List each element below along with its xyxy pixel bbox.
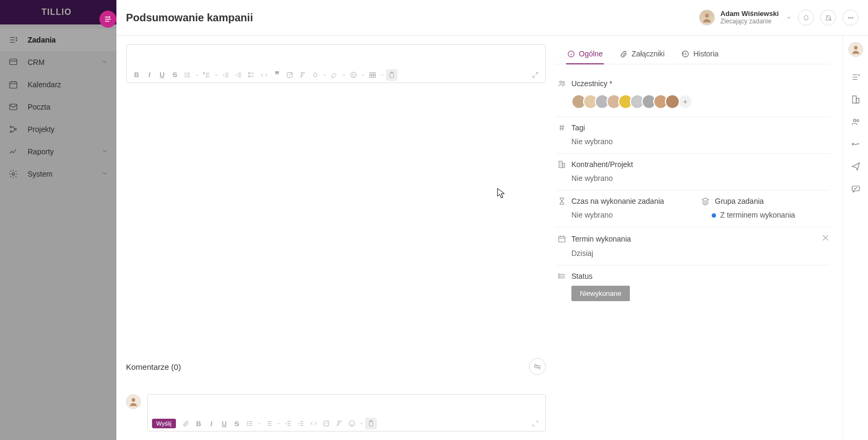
expand-button[interactable] (529, 418, 541, 429)
comment-toolbar: Wyślij B I U S (148, 416, 545, 431)
field-group[interactable]: Grupa zadania Z terminem wykonania (699, 190, 830, 227)
caret-down-icon[interactable] (257, 418, 262, 429)
priority-button[interactable] (798, 10, 814, 26)
underline-button[interactable]: U (218, 418, 230, 429)
svg-point-25 (247, 421, 247, 422)
link-button[interactable] (284, 69, 296, 81)
code-button[interactable] (308, 418, 319, 429)
color-button[interactable] (309, 69, 321, 81)
emoji-button[interactable] (346, 418, 358, 429)
field-status[interactable]: Status Niewykonane (555, 265, 830, 309)
tab-general[interactable]: Ogólne (566, 44, 604, 64)
rail-contractors-button[interactable] (850, 94, 861, 105)
comment-composer: Wyślij B I U S (126, 394, 546, 431)
svg-point-34 (563, 81, 564, 83)
sidebar-item-mail[interactable]: Poczta (0, 96, 116, 118)
indent-button[interactable] (233, 69, 245, 81)
emoji-button[interactable] (348, 69, 359, 81)
outdent-button[interactable] (282, 418, 294, 429)
status-badge[interactable]: Niewykonane (571, 286, 630, 301)
field-participants[interactable]: Uczestnicy * + (555, 73, 830, 117)
field-time[interactable]: Czas na wykonanie zadania Nie wybrano (555, 190, 686, 227)
sidebar-item-reports[interactable]: Raporty (0, 140, 116, 163)
highlight-button[interactable] (328, 69, 340, 81)
sidebar-item-calendar[interactable]: Kalendarz (0, 73, 116, 96)
svg-rect-2 (10, 104, 17, 110)
more-menu-button[interactable] (842, 10, 858, 26)
bold-button[interactable]: B (131, 69, 142, 81)
sidebar-item-system[interactable]: System (0, 163, 116, 185)
rail-users-button[interactable] (850, 117, 861, 127)
strike-button[interactable]: S (231, 418, 243, 429)
clear-due-button[interactable] (821, 234, 830, 244)
comment-input[interactable] (148, 395, 545, 416)
caret-down-icon[interactable] (380, 69, 385, 81)
bullet-list-button[interactable] (182, 69, 193, 81)
svg-point-12 (185, 74, 186, 75)
comment-editor[interactable]: Wyślij B I U S (147, 394, 546, 431)
code-button[interactable] (258, 69, 270, 81)
attach-button[interactable] (180, 418, 192, 429)
checklist-button[interactable] (246, 69, 257, 81)
notifications-button[interactable] (820, 10, 836, 26)
participant-avatar[interactable] (665, 94, 680, 109)
brand-header: TILLIO (0, 0, 116, 24)
sidebar-item-projects[interactable]: Projekty (0, 118, 116, 140)
caret-down-icon[interactable] (322, 69, 327, 81)
quote-button[interactable]: ❞ (271, 69, 283, 81)
rail-send-button[interactable] (850, 161, 861, 172)
rail-deals-button[interactable] (850, 139, 861, 150)
underline-button[interactable]: U (156, 69, 168, 81)
tab-label: Ogólne (579, 49, 603, 58)
paste-button[interactable] (365, 418, 377, 429)
task-owner-selector[interactable]: Adam Wiśniewski Zlecający zadanie (699, 10, 791, 26)
caret-down-icon[interactable] (195, 69, 200, 81)
clear-format-button[interactable] (333, 418, 345, 429)
send-button[interactable]: Wyślij (152, 419, 176, 428)
comments-visibility-toggle[interactable] (529, 358, 546, 375)
editor-content[interactable] (127, 45, 545, 67)
brand-logo: TILLIO (41, 7, 72, 17)
caret-down-icon[interactable] (341, 69, 347, 81)
ordered-list-button[interactable]: 1 (201, 69, 213, 81)
field-due-date[interactable]: Termin wykonania Dzisiaj (555, 227, 830, 265)
expand-button[interactable] (529, 69, 541, 81)
caret-down-icon[interactable] (359, 418, 364, 429)
caret-down-icon[interactable] (214, 69, 219, 81)
sidebar-collapse-button[interactable] (99, 11, 116, 28)
table-button[interactable] (367, 69, 378, 81)
caret-down-icon[interactable] (276, 418, 281, 429)
field-contractor[interactable]: Kontrahent/Projekt Nie wybrano (555, 154, 830, 190)
ordered-list-button[interactable] (263, 418, 275, 429)
layers-icon (701, 197, 710, 205)
italic-button[interactable]: I (206, 418, 217, 429)
reports-icon (9, 147, 18, 156)
clear-format-button[interactable] (297, 69, 308, 81)
tab-attachments[interactable]: Załączniki (619, 44, 665, 64)
strike-button[interactable]: S (169, 69, 181, 81)
svg-point-6 (12, 173, 15, 176)
rail-tasks-button[interactable] (850, 72, 861, 82)
bullet-list-button[interactable] (244, 418, 256, 429)
sidebar-item-label: Kalendarz (28, 80, 61, 89)
sidebar-item-crm[interactable]: CRM (0, 51, 116, 73)
rail-chat-button[interactable] (850, 184, 861, 194)
paste-button[interactable] (386, 69, 398, 81)
sidebar-item-tasks[interactable]: Zadania (0, 29, 116, 51)
svg-point-18 (351, 72, 357, 78)
italic-button[interactable]: I (144, 69, 155, 81)
task-panel: Podsumowanie kampanii Adam Wiśniewski Zl… (116, 0, 868, 440)
caret-down-icon[interactable] (360, 69, 366, 81)
tab-history[interactable]: Historia (680, 44, 719, 64)
indent-button[interactable] (295, 418, 307, 429)
description-editor[interactable]: B I U S 1 ❞ (126, 44, 546, 83)
field-tags[interactable]: Tagi Nie wybrano (555, 117, 830, 154)
chevron-down-icon (102, 147, 108, 156)
add-participant-button[interactable]: + (679, 95, 692, 108)
avatar[interactable] (848, 42, 863, 57)
link-button[interactable] (321, 418, 332, 429)
task-title[interactable]: Podsumowanie kampanii (126, 12, 253, 24)
outdent-button[interactable] (220, 69, 232, 81)
tasks-icon (9, 35, 18, 45)
bold-button[interactable]: B (193, 418, 205, 429)
